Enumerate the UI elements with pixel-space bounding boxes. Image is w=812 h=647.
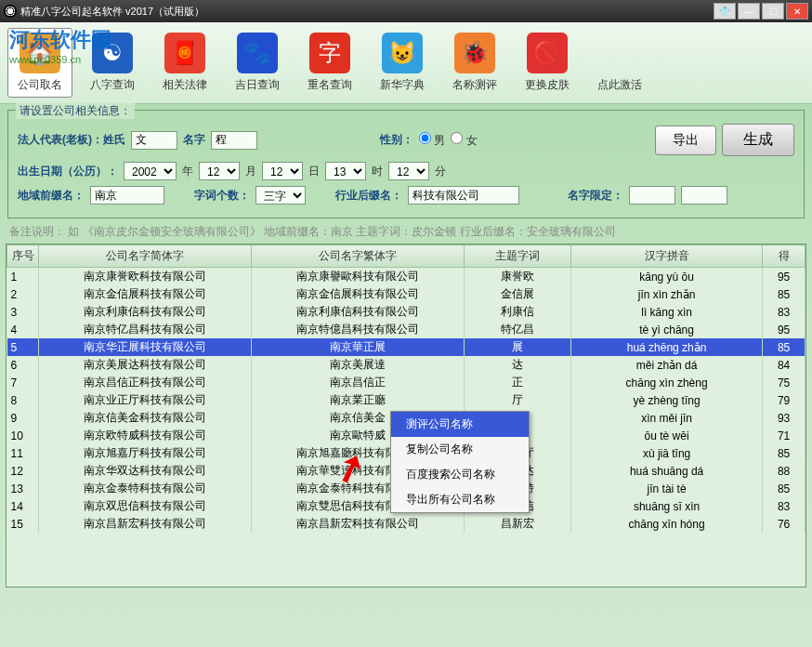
context-menu-item[interactable]: 导出所有公司名称 bbox=[391, 487, 529, 512]
th-score[interactable]: 得 bbox=[763, 245, 805, 268]
toolbar-item-6[interactable]: 🐞名称测评 bbox=[442, 29, 507, 97]
table-row[interactable]: 3南京利康信科技有限公司南京利康信科技有限公司利康信lì kāng xìn83 bbox=[7, 303, 805, 321]
toolbar-item-2[interactable]: 🧧相关法律 bbox=[152, 29, 217, 97]
toolbar-item-4[interactable]: 字重名查询 bbox=[297, 29, 362, 97]
year-select[interactable]: 2002 bbox=[124, 162, 177, 180]
hour-select[interactable]: 13 bbox=[325, 162, 366, 180]
context-menu: 测评公司名称复制公司名称百度搜索公司名称导出所有公司名称 bbox=[390, 411, 530, 513]
tshirt-button[interactable]: 👕 bbox=[714, 3, 736, 20]
toolbar-label: 名称测评 bbox=[452, 77, 497, 93]
toolbar-label: 八字查询 bbox=[90, 77, 135, 93]
toolbar-icon bbox=[599, 33, 640, 73]
minimize-button[interactable]: — bbox=[738, 3, 760, 20]
gender-label: 性别： bbox=[380, 132, 413, 148]
day-select[interactable]: 12 bbox=[262, 162, 303, 180]
app-icon bbox=[4, 5, 17, 18]
table-row[interactable]: 7南京昌信正科技有限公司南京昌信正正chāng xìn zhèng75 bbox=[7, 374, 805, 391]
table-row[interactable]: 8南京业正厅科技有限公司南京業正廳厅yè zhèng tīng79 bbox=[7, 391, 805, 409]
toolbar-icon: 🧧 bbox=[164, 33, 205, 73]
th-pinyin[interactable]: 汉字拼音 bbox=[571, 245, 763, 268]
context-menu-item[interactable]: 百度搜索公司名称 bbox=[391, 462, 529, 487]
toolbar-item-3[interactable]: 🐾吉日查询 bbox=[225, 29, 290, 97]
minute-select[interactable]: 12 bbox=[388, 162, 429, 180]
company-info-fieldset: 请设置公司相关信息： 法人代表(老板)：姓氏 名字 性别： 男 女 导出 生成 … bbox=[7, 110, 805, 218]
close-button[interactable]: ✕ bbox=[786, 3, 808, 20]
th-seq[interactable]: 序号 bbox=[7, 245, 39, 268]
table-row[interactable]: 4南京特亿昌科技有限公司南京特億昌科技有限公司特亿昌tè yì chāng95 bbox=[7, 321, 805, 338]
watermark-url: www.pc0359.cn bbox=[9, 54, 111, 65]
toolbar-icon: 🐞 bbox=[454, 33, 495, 73]
toolbar-label: 新华字典 bbox=[380, 77, 425, 93]
birth-label: 出生日期（公历）： bbox=[18, 164, 118, 179]
toolbar-label: 公司取名 bbox=[18, 77, 62, 93]
table-header-row: 序号 公司名字简体字 公司名字繁体字 主题字词 汉字拼音 得 bbox=[7, 245, 805, 268]
region-input[interactable] bbox=[90, 186, 164, 205]
note-text: 备注说明： 如 《南京皮尔金顿安全玻璃有限公司》 地域前缀名：南京 主题字词：皮… bbox=[9, 224, 803, 240]
table-row[interactable]: 2南京金信展科技有限公司南京金信展科技有限公司金信展jīn xìn zhǎn85 bbox=[7, 285, 805, 303]
table-row[interactable]: 6南京美展达科技有限公司南京美展達达měi zhǎn dá84 bbox=[7, 356, 805, 374]
month-select[interactable]: 12 bbox=[199, 162, 240, 180]
gender-female-radio[interactable]: 女 bbox=[451, 132, 477, 149]
window-controls: 👕 — ☐ ✕ bbox=[714, 3, 808, 20]
region-label: 地域前缀名： bbox=[18, 188, 85, 204]
export-button[interactable]: 导出 bbox=[655, 125, 716, 155]
toolbar-item-7[interactable]: 🚫更换皮肤 bbox=[515, 29, 580, 97]
lock-label: 名字限定： bbox=[568, 188, 623, 204]
toolbar-label: 更换皮肤 bbox=[525, 77, 570, 93]
wordcount-select[interactable]: 三字 bbox=[255, 186, 306, 205]
toolbar-icon: 字 bbox=[309, 33, 350, 73]
watermark-text: 河东软件园 bbox=[9, 28, 111, 51]
table-row[interactable]: 5南京华正展科技有限公司南京華正展展huá zhēng zhǎn85 bbox=[7, 338, 805, 356]
toolbar-label: 重名查询 bbox=[308, 77, 352, 93]
toolbar-label: 相关法律 bbox=[163, 77, 207, 93]
table-row[interactable]: 1南京康誉欧科技有限公司南京康譽歐科技有限公司康誉欧kāng yù ōu95 bbox=[7, 268, 805, 286]
context-menu-item[interactable]: 复制公司名称 bbox=[391, 437, 529, 462]
toolbar-label: 吉日查询 bbox=[235, 77, 280, 93]
owner-label: 法人代表(老板)：姓氏 bbox=[18, 132, 125, 148]
th-theme[interactable]: 主题字词 bbox=[465, 245, 571, 268]
context-menu-item[interactable]: 测评公司名称 bbox=[391, 412, 529, 437]
toolbar-item-5[interactable]: 😺新华字典 bbox=[370, 29, 435, 97]
wordcount-label: 字词个数： bbox=[194, 188, 250, 204]
th-traditional[interactable]: 公司名字繁体字 bbox=[252, 245, 465, 268]
name-label: 名字 bbox=[183, 132, 205, 148]
toolbar-icon: 🚫 bbox=[527, 33, 568, 73]
generate-button[interactable]: 生成 bbox=[722, 124, 794, 156]
maximize-button[interactable]: ☐ bbox=[762, 3, 784, 20]
suffix-label: 行业后缀名： bbox=[335, 188, 402, 204]
titlebar: 精准八字公司起名软件 v2017（试用版） 👕 — ☐ ✕ bbox=[0, 0, 812, 22]
lock-input-1[interactable] bbox=[629, 186, 675, 205]
toolbar-label: 点此激活 bbox=[597, 77, 642, 93]
toolbar-icon: 🐾 bbox=[237, 33, 278, 73]
table-row[interactable]: 15南京昌新宏科技有限公司南京昌新宏科技有限公司昌新宏chāng xīn hón… bbox=[7, 515, 805, 533]
main-toolbar: 🏠公司取名☯八字查询🧧相关法律🐾吉日查询字重名查询😺新华字典🐞名称测评🚫更换皮肤… bbox=[0, 22, 812, 104]
lock-input-2[interactable] bbox=[681, 186, 727, 205]
firstname-input[interactable] bbox=[211, 131, 257, 150]
gender-male-radio[interactable]: 男 bbox=[419, 132, 445, 149]
toolbar-item-8[interactable]: 点此激活 bbox=[587, 29, 652, 97]
th-simplified[interactable]: 公司名字简体字 bbox=[39, 245, 252, 268]
window-title: 精准八字公司起名软件 v2017（试用版） bbox=[20, 5, 714, 19]
fieldset-legend: 请设置公司相关信息： bbox=[16, 103, 135, 119]
watermark: 河东软件园 www.pc0359.cn bbox=[9, 26, 111, 65]
suffix-input[interactable] bbox=[408, 186, 519, 205]
toolbar-icon: 😺 bbox=[382, 33, 423, 73]
surname-input[interactable] bbox=[131, 131, 177, 150]
